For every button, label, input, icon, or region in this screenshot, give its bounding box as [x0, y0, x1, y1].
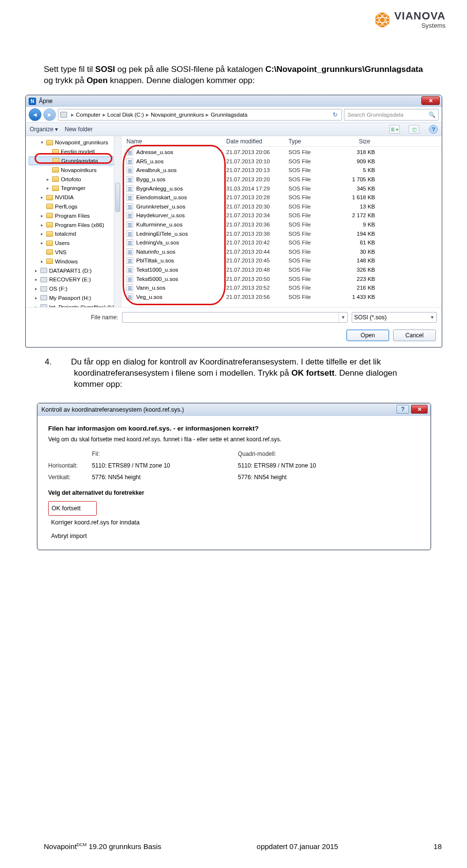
help-button[interactable]: ? — [396, 405, 409, 414]
file-row[interactable]: LedningElTele_u.sos21.07.2013 20:38SOS F… — [122, 229, 442, 238]
file-row[interactable]: Tekst1000_u.sos21.07.2013 20:48SOS File3… — [122, 265, 442, 275]
expand-icon[interactable]: ▸ — [39, 259, 44, 264]
file-row[interactable]: Arealbruk_u.sos21.07.2013 20:13SOS File5… — [122, 166, 442, 175]
folder-icon — [52, 176, 59, 182]
tree-item[interactable]: PerfLogs — [29, 202, 120, 211]
tree-item[interactable]: ▸Program Files (x86) — [29, 220, 120, 229]
option-correct-coord[interactable]: Korriger koord.ref.sys for inndata — [48, 516, 420, 529]
file-row[interactable]: BygnAnlegg_u.sos31.03.2014 17:29SOS File… — [122, 184, 442, 193]
option-cancel-import[interactable]: Avbryt import — [48, 529, 420, 543]
new-folder-button[interactable]: New folder — [65, 126, 92, 133]
expand-icon[interactable]: ▸ — [34, 268, 38, 273]
file-row[interactable]: Vann_u.sos21.07.2013 20:52SOS File216 KB — [122, 283, 442, 293]
tree-item[interactable]: ▸RECOVERY (E:) — [29, 275, 120, 284]
titlebar[interactable]: N Åpne ✕ — [26, 95, 442, 107]
col-file-label: Fil: — [92, 451, 238, 457]
file-row[interactable]: Høydekurver_u.sos21.07.2013 20:34SOS Fil… — [122, 211, 442, 220]
file-date: 21.07.2013 20:13 — [226, 167, 288, 173]
tree-item-label: NVIDIA — [55, 194, 73, 200]
file-row[interactable]: Grunnkretser_u.sos21.07.2013 20:30SOS Fi… — [122, 202, 442, 211]
option-ok-continue[interactable]: OK fortsett — [48, 501, 97, 516]
tree-item[interactable]: ▸Tegninger — [29, 184, 120, 193]
tree-item[interactable]: ▾Novapoint_grunnkurs — [29, 138, 120, 147]
view-mode-button[interactable]: ≣ ▾ — [389, 125, 400, 134]
file-row[interactable]: Kulturminne_u.sos21.07.2013 20:36SOS Fil… — [122, 220, 442, 229]
tree-item[interactable]: ▸Users — [29, 239, 120, 248]
search-input[interactable]: Search Grunnlagsdata 🔍 — [344, 109, 439, 121]
organize-menu[interactable]: Organize ▾ — [30, 126, 58, 133]
scrollbar[interactable] — [114, 136, 121, 307]
titlebar[interactable]: Kontroll av koordinatreferansesystem (ko… — [37, 403, 431, 416]
tree-item[interactable]: ▸Program Files — [29, 211, 120, 220]
file-type: SOS File — [288, 212, 341, 218]
breadcrumb[interactable]: ▸Computer ▸Local Disk (C:) ▸Novapoint_gr… — [58, 109, 342, 121]
file-name: Tekst5000_u.sos — [136, 276, 226, 282]
file-row[interactable]: Veg_u.sos21.07.2013 20:56SOS File1 433 K… — [122, 293, 442, 302]
cancel-button[interactable]: Cancel — [393, 330, 436, 341]
expand-icon[interactable]: ▸ — [39, 241, 44, 245]
app-icon: N — [29, 98, 36, 105]
expand-icon[interactable]: ▸ — [39, 231, 44, 236]
back-button[interactable]: ◄ — [29, 108, 41, 121]
expand-icon[interactable]: ▸ — [34, 305, 38, 307]
tree-item[interactable]: ▸totalcmd — [29, 229, 120, 239]
file-row[interactable]: LedningVa_u.sos21.07.2013 20:42SOS File6… — [122, 238, 442, 247]
file-icon — [126, 221, 133, 228]
open-button[interactable]: Open — [346, 330, 389, 341]
col-date[interactable]: Date modified — [221, 138, 284, 145]
file-row[interactable]: Adresse_u.sos21.07.2013 20:06SOS File318… — [122, 148, 442, 157]
tree-item[interactable]: ▸Int_Projects (\\vnsfiles) (I:) — [29, 302, 120, 307]
expand-icon[interactable]: ▾ — [39, 140, 44, 145]
file-name: LedningElTele_u.sos — [136, 231, 226, 237]
chevron-down-icon[interactable]: ▼ — [339, 312, 347, 322]
filename-input[interactable]: ▼ — [122, 312, 348, 323]
file-type: SOS File — [288, 285, 341, 291]
tree-item[interactable]: ▸Ortofoto — [29, 174, 120, 184]
tree-item[interactable]: ▸DATAPART1 (D:) — [29, 266, 120, 275]
expand-icon[interactable]: ▸ — [34, 286, 38, 291]
expand-icon[interactable]: ▸ — [39, 213, 44, 218]
filetype-select[interactable]: SOSI (*.sos) ▼ — [352, 312, 437, 323]
refresh-icon[interactable]: ↻ — [331, 111, 340, 118]
file-name: Grunnkretser_u.sos — [136, 204, 226, 209]
expand-icon[interactable]: ▸ — [39, 223, 44, 227]
help-button[interactable]: ? — [429, 125, 438, 134]
expand-icon[interactable]: ▸ — [39, 195, 44, 200]
expand-icon[interactable]: ▸ — [34, 295, 38, 300]
expand-icon[interactable]: ▸ — [34, 277, 38, 282]
expand-icon[interactable]: ▸ — [45, 177, 50, 182]
col-size[interactable]: Size — [336, 138, 385, 145]
tree-item[interactable]: ▸Windows — [29, 257, 120, 266]
tree-item[interactable]: ▸My Passport (H:) — [29, 294, 120, 303]
tree-item-label: Grunnlagsdata — [61, 158, 98, 164]
tree-item[interactable]: Ferdig modell — [29, 147, 120, 156]
file-row[interactable]: Naturinfo_u.sos21.07.2013 20:44SOS File3… — [122, 247, 442, 257]
tree-item-label: My Passport (H:) — [49, 295, 91, 301]
file-type: SOS File — [288, 267, 341, 273]
file-row[interactable]: Tekst5000_u.sos21.07.2013 20:50SOS File2… — [122, 274, 442, 283]
preview-pane-button[interactable]: ◫ — [409, 125, 419, 134]
close-button[interactable]: ✕ — [411, 405, 428, 414]
close-button[interactable]: ✕ — [421, 96, 440, 105]
column-headers[interactable]: Name Date modified Type Size — [122, 136, 442, 147]
forward-button[interactable]: ► — [43, 108, 56, 121]
file-icon — [126, 149, 133, 156]
file-row[interactable]: AR5_u.sos21.07.2013 20:10SOS File909 KB — [122, 157, 442, 166]
col-name[interactable]: Name — [122, 138, 221, 145]
drive-icon — [40, 304, 47, 307]
expand-icon[interactable]: ▸ — [45, 186, 50, 191]
tree-item[interactable]: Grunnlagsdata — [29, 156, 120, 166]
file-row[interactable]: Bygg_u.sos21.07.2013 20:20SOS File1 705 … — [122, 175, 442, 184]
tree-item[interactable]: VNS — [29, 248, 120, 257]
tree-item[interactable]: ▸OS (F:) — [29, 284, 120, 294]
tree-item[interactable]: ▸NVIDIA — [29, 193, 120, 202]
file-row[interactable]: PblTiltak_u.sos21.07.2013 20:45SOS File1… — [122, 256, 442, 265]
chevron-down-icon[interactable]: ▼ — [430, 315, 434, 320]
drive-icon — [40, 268, 47, 273]
file-size: 1 618 KB — [341, 194, 390, 200]
tree-item[interactable]: Novapointkurs — [29, 165, 120, 174]
file-list[interactable]: Name Date modified Type Size Adresse_u.s… — [122, 136, 442, 307]
col-type[interactable]: Type — [284, 138, 336, 145]
folder-tree[interactable]: ▾Novapoint_grunnkursFerdig modellGrunnla… — [26, 136, 122, 307]
file-row[interactable]: Eiendomskart_u.sos21.07.2013 20:28SOS Fi… — [122, 193, 442, 202]
